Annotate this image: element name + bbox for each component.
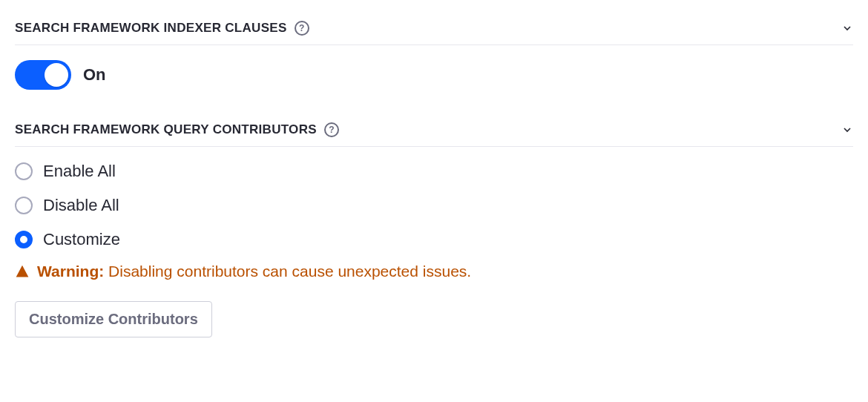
warning-text: Disabling contributors can cause unexpec… [108, 263, 471, 280]
query-section-header[interactable]: SEARCH FRAMEWORK QUERY CONTRIBUTORS ? [15, 116, 853, 147]
radio-label-disable-all: Disable All [43, 196, 119, 215]
indexer-toggle[interactable] [15, 60, 71, 90]
warning-icon [15, 264, 30, 279]
toggle-knob [45, 63, 68, 87]
customize-contributors-button[interactable]: Customize Contributors [15, 301, 212, 337]
help-icon[interactable]: ? [324, 122, 339, 137]
warning-message: Warning: Disabling contributors can caus… [15, 263, 853, 280]
radio-label-customize: Customize [43, 230, 120, 249]
help-icon[interactable]: ? [295, 21, 309, 36]
radio-circle-selected [15, 231, 33, 248]
query-title-wrap: SEARCH FRAMEWORK QUERY CONTRIBUTORS ? [15, 122, 339, 137]
radio-customize[interactable]: Customize [15, 230, 853, 249]
chevron-down-icon[interactable] [841, 124, 853, 136]
radio-enable-all[interactable]: Enable All [15, 162, 853, 181]
indexer-section-title: SEARCH FRAMEWORK INDEXER CLAUSES [15, 21, 287, 36]
radio-disable-all[interactable]: Disable All [15, 196, 853, 215]
query-section-title: SEARCH FRAMEWORK QUERY CONTRIBUTORS [15, 122, 317, 137]
radio-label-enable-all: Enable All [43, 162, 116, 181]
indexer-toggle-label: On [83, 65, 106, 85]
radio-circle [15, 162, 33, 180]
indexer-title-wrap: SEARCH FRAMEWORK INDEXER CLAUSES ? [15, 21, 309, 36]
warning-label: Warning: [37, 263, 104, 280]
radio-circle [15, 197, 33, 214]
chevron-down-icon[interactable] [841, 22, 853, 34]
indexer-section-header[interactable]: SEARCH FRAMEWORK INDEXER CLAUSES ? [15, 15, 853, 45]
indexer-toggle-row: On [15, 60, 853, 90]
query-radio-group: Enable All Disable All Customize [15, 162, 853, 249]
